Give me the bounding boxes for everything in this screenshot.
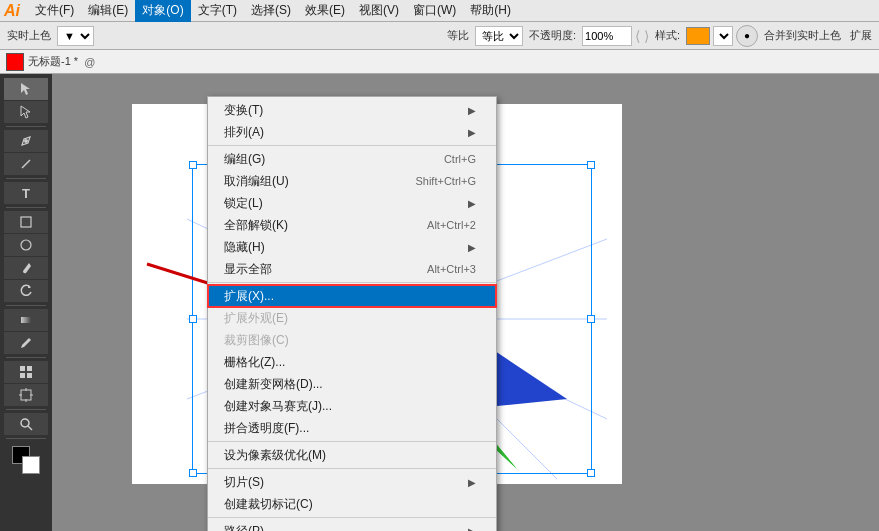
menu-pixel-perfect[interactable]: 设为像素级优化(M) <box>208 444 496 466</box>
artboard-tool-btn[interactable] <box>4 384 48 406</box>
canvas-area: 变换(T) ▶ 排列(A) ▶ 编组(G) Ctrl+G 取消编组(U <box>52 74 879 531</box>
menu-group-1: 变换(T) ▶ 排列(A) ▶ <box>208 97 496 146</box>
menu-path[interactable]: 路径(P) ▶ <box>208 520 496 531</box>
menu-edit[interactable]: 编辑(E) <box>81 0 135 22</box>
eyedropper-tool-btn[interactable] <box>4 332 48 354</box>
menu-ungroup[interactable]: 取消编组(U) Shift+Ctrl+G <box>208 170 496 192</box>
brush-tool-btn[interactable] <box>4 257 48 279</box>
gradient-tool-btn[interactable] <box>4 309 48 331</box>
grid-tool-btn[interactable] <box>4 361 48 383</box>
menu-group[interactable]: 编组(G) Ctrl+G <box>208 148 496 170</box>
menu-help[interactable]: 帮助(H) <box>463 0 518 22</box>
menu-group-6: 路径(P) ▶ 形状(P) ▶ 图案(E) ▶ 混合(B) ▶ <box>208 518 496 531</box>
svg-rect-6 <box>20 373 25 378</box>
main-area: T <box>0 74 879 531</box>
tool-sep-7 <box>6 438 46 439</box>
tool-sep-3 <box>6 207 46 208</box>
menu-type[interactable]: 文字(T) <box>191 0 244 22</box>
rotate-tool-btn[interactable] <box>4 280 48 302</box>
menu-window[interactable]: 窗口(W) <box>406 0 463 22</box>
menu-unlock-all[interactable]: 全部解锁(K) Alt+Ctrl+2 <box>208 214 496 236</box>
menu-lock[interactable]: 锁定(L) ▶ <box>208 192 496 214</box>
main-toolbar: 实时上色 ▼ 等比 等比 不透明度: ⟨ ⟩ 样式: ▼ ● 合并到实时上色 扩… <box>0 22 879 50</box>
menu-expand[interactable]: 扩展(X)... <box>208 285 496 307</box>
menu-rasterize[interactable]: 栅格化(Z)... <box>208 351 496 373</box>
svg-rect-8 <box>21 390 31 400</box>
color-label: 实时上色 <box>4 28 54 43</box>
type-tool-btn[interactable]: T <box>4 182 48 204</box>
menu-object[interactable]: 对象(O) <box>135 0 190 22</box>
expand-label: 合并到实时上色 <box>761 28 844 43</box>
zoom-tool-btn[interactable] <box>4 413 48 435</box>
color-select[interactable]: ▼ <box>57 26 94 46</box>
svg-rect-3 <box>21 317 31 323</box>
opacity-input[interactable] <box>582 26 632 46</box>
secondary-toolbar: 无标题-1 * @ <box>0 50 879 74</box>
color-swatches[interactable] <box>12 446 40 474</box>
live-color-swatch[interactable] <box>6 53 24 71</box>
object-menu: 变换(T) ▶ 排列(A) ▶ 编组(G) Ctrl+G 取消编组(U <box>207 96 497 531</box>
menu-expand-appearance[interactable]: 扩展外观(E) <box>208 307 496 329</box>
tool-sep-5 <box>6 357 46 358</box>
svg-rect-1 <box>21 217 31 227</box>
opacity-label: 不透明度: <box>526 28 579 43</box>
menu-effect[interactable]: 效果(E) <box>298 0 352 22</box>
ellipse-tool-btn[interactable] <box>4 234 48 256</box>
file-tab[interactable]: 无标题-1 * <box>28 54 78 69</box>
tab-close[interactable]: @ <box>84 56 95 68</box>
options-btn[interactable]: ● <box>736 25 758 47</box>
proportion-label: 等比 <box>444 28 472 43</box>
menu-arrange[interactable]: 排列(A) ▶ <box>208 121 496 143</box>
menu-select[interactable]: 选择(S) <box>244 0 298 22</box>
menu-create-gradient-mesh[interactable]: 创建新变网格(D)... <box>208 373 496 395</box>
tool-sep-2 <box>6 178 46 179</box>
svg-point-2 <box>21 240 31 250</box>
menu-transform[interactable]: 变换(T) ▶ <box>208 99 496 121</box>
select-tool-btn[interactable] <box>4 78 48 100</box>
tool-sep-4 <box>6 305 46 306</box>
svg-rect-7 <box>27 373 32 378</box>
left-toolbar: T <box>0 74 52 531</box>
menu-trim-marks[interactable]: 创建裁切标记(C) <box>208 493 496 515</box>
svg-rect-4 <box>20 366 25 371</box>
menu-bar: Ai 文件(F) 编辑(E) 对象(O) 文字(T) 选择(S) 效果(E) 视… <box>0 0 879 22</box>
ai-logo: Ai <box>4 2 20 20</box>
menu-flatten-transparency[interactable]: 拼合透明度(F)... <box>208 417 496 439</box>
menu-show-all[interactable]: 显示全部 Alt+Ctrl+3 <box>208 258 496 280</box>
menu-group-4: 设为像素级优化(M) <box>208 442 496 469</box>
pen-tool-btn[interactable] <box>4 130 48 152</box>
tool-sep-6 <box>6 409 46 410</box>
proportion-select[interactable]: 等比 <box>475 26 523 46</box>
rect-tool-btn[interactable] <box>4 211 48 233</box>
svg-point-0 <box>24 139 28 143</box>
direct-select-btn[interactable] <box>4 101 48 123</box>
menu-group-5: 切片(S) ▶ 创建裁切标记(C) <box>208 469 496 518</box>
menu-slice[interactable]: 切片(S) ▶ <box>208 471 496 493</box>
menu-file[interactable]: 文件(F) <box>28 0 81 22</box>
pencil-tool-btn[interactable] <box>4 153 48 175</box>
menu-crop-image[interactable]: 裁剪图像(C) <box>208 329 496 351</box>
style-swatch[interactable] <box>686 27 710 45</box>
menu-group-3: 扩展(X)... 扩展外观(E) 裁剪图像(C) 栅格化(Z)... 创建新变网… <box>208 283 496 442</box>
menu-view[interactable]: 视图(V) <box>352 0 406 22</box>
menu-group-2: 编组(G) Ctrl+G 取消编组(U) Shift+Ctrl+G 锁定(L) … <box>208 146 496 283</box>
svg-line-14 <box>28 426 32 430</box>
svg-point-13 <box>21 419 29 427</box>
menu-create-mosaic[interactable]: 创建对象马赛克(J)... <box>208 395 496 417</box>
style-label: 样式: <box>652 28 683 43</box>
svg-rect-5 <box>27 366 32 371</box>
expand-right-label: 扩展 <box>847 28 875 43</box>
style-select[interactable]: ▼ <box>713 26 733 46</box>
tool-sep-1 <box>6 126 46 127</box>
menu-hide[interactable]: 隐藏(H) ▶ <box>208 236 496 258</box>
